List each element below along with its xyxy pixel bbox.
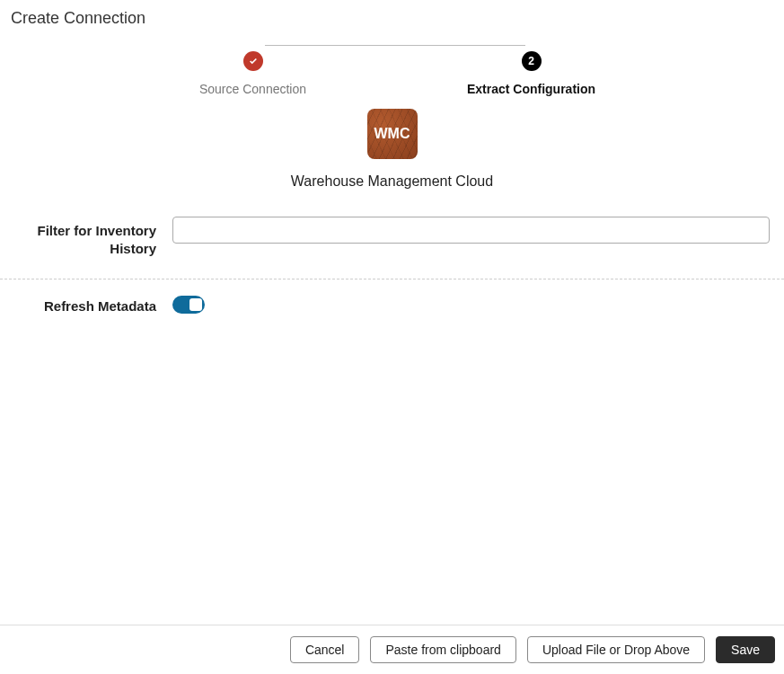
filter-row: Filter for Inventory History [0, 217, 784, 257]
cancel-button[interactable]: Cancel [290, 636, 360, 663]
step-current-icon: 2 [522, 51, 542, 71]
save-button[interactable]: Save [716, 636, 775, 663]
filter-inventory-history-input[interactable] [172, 217, 770, 244]
refresh-row: Refresh Metadata [0, 292, 784, 316]
upload-file-button[interactable]: Upload File or Drop Above [527, 636, 705, 663]
filter-label: Filter for Inventory History [0, 217, 172, 257]
refresh-label: Refresh Metadata [0, 292, 172, 315]
refresh-metadata-toggle[interactable] [172, 296, 205, 314]
toggle-knob [189, 298, 202, 311]
step-label: Source Connection [199, 82, 306, 96]
step-number: 2 [528, 55, 534, 67]
page-title: Create Connection [0, 0, 784, 35]
step-connector [265, 45, 525, 46]
step-source-connection[interactable]: Source Connection [177, 51, 330, 96]
wmc-tile-icon: WMC [367, 109, 418, 159]
footer: Cancel Paste from clipboard Upload File … [0, 625, 784, 674]
connection-block: WMC Warehouse Management Cloud [0, 109, 784, 190]
step-extract-configuration[interactable]: 2 Extract Configuration [455, 51, 608, 96]
connection-name: Warehouse Management Cloud [291, 173, 493, 190]
section-divider [0, 279, 784, 279]
step-done-icon [243, 51, 263, 71]
step-label: Extract Configuration [467, 82, 595, 96]
paste-from-clipboard-button[interactable]: Paste from clipboard [370, 636, 515, 663]
stepper: Source Connection 2 Extract Configuratio… [0, 35, 784, 96]
wmc-tile-text: WMC [374, 126, 410, 142]
